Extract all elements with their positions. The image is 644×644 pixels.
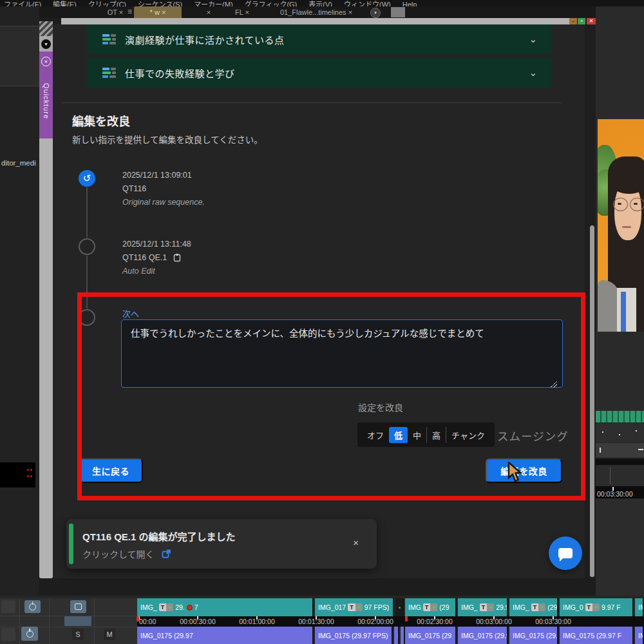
timeline-clip[interactable]: IM	[635, 598, 644, 616]
smoothing-option-1[interactable]: 低	[389, 427, 408, 443]
menu-item[interactable]: 編集(E)	[53, 0, 77, 6]
panel-menu-icon[interactable]: ▾	[370, 8, 381, 18]
smoothing-option-4[interactable]: チャンク	[446, 427, 490, 443]
track-header: S M	[0, 598, 137, 644]
history-node[interactable]	[79, 238, 95, 255]
timeline-clip[interactable]: IMG_T29.7	[137, 598, 314, 616]
menu-item[interactable]: ウィンドウ(W)	[344, 0, 391, 6]
clip-label: I	[397, 632, 399, 639]
timeline-clip[interactable]: IMG_T29.9:	[458, 598, 508, 616]
refine-edit-button[interactable]: 編集を改良	[486, 459, 562, 483]
timeline-clip[interactable]: IMG_0175 (29.9	[458, 627, 508, 644]
zoom-scrollbar[interactable]	[596, 443, 644, 457]
toast-action-link[interactable]: クリックして開く	[82, 547, 171, 560]
track-enable-button[interactable]	[24, 600, 41, 613]
accordion-item[interactable]: 仕事での失敗経験と学び⌄	[87, 58, 551, 88]
tab-item[interactable]: FL ×	[227, 6, 258, 18]
external-link-icon[interactable]	[162, 549, 171, 559]
textarea-resize-handle[interactable]	[550, 381, 557, 388]
timeline-clip[interactable]: IMG_0175 (29.97 FPS)	[315, 627, 393, 644]
smoothing-option-3[interactable]: 高	[426, 427, 446, 443]
menu-item[interactable]: ファイル(F)	[4, 0, 41, 6]
timeline-clip[interactable]: IMG_0T9.97 F	[560, 598, 634, 616]
panel-collapse-handle[interactable]: ▼	[39, 36, 53, 52]
window-minimize-button[interactable]: –	[569, 18, 577, 24]
timeline-clip[interactable]: IM	[635, 627, 644, 644]
timeline-clip[interactable]: I	[394, 627, 399, 644]
brand-label: Quickture	[43, 83, 50, 119]
toast-action-label[interactable]: クリックして開く	[82, 547, 155, 560]
track-lock-button[interactable]	[70, 600, 86, 613]
drag-grip[interactable]	[39, 21, 53, 36]
bin-item-label[interactable]: ditor_medi	[1, 159, 36, 167]
modal-scrollbar-thumb[interactable]	[590, 225, 594, 577]
timeline-clip[interactable]: IMG_0175 (29.97 F	[560, 627, 634, 644]
history-name[interactable]: QT116	[122, 184, 146, 193]
window-close-button[interactable]: ✕	[587, 18, 596, 24]
timeline-clip[interactable]	[401, 627, 405, 644]
copy-icon[interactable]	[173, 253, 181, 262]
modal-titlebar[interactable]	[61, 18, 569, 24]
clip-label: 29.9:	[496, 603, 508, 611]
tab-item[interactable]: * w ×	[134, 6, 182, 18]
toast-notification[interactable]: QT116 QE.1 の編集が完了しました クリックして開く ×	[66, 519, 377, 569]
chat-fab-button[interactable]	[549, 536, 582, 570]
timeline-clip[interactable]: IMG_0175 (29.9	[509, 627, 558, 644]
menu-item[interactable]: Help	[402, 0, 417, 6]
tab-item[interactable]: 01_Flawle...timelines ×	[267, 6, 365, 18]
timeline-clip[interactable]: IMG_0175 (29	[405, 627, 457, 644]
clip-label: 97 FPS)	[365, 603, 390, 611]
smoothing-option-0[interactable]: オフ	[362, 427, 389, 443]
right-time-ruler[interactable]: 00:03:30:00	[596, 486, 644, 498]
accordion-item[interactable]: 演劇経験が仕事に活かされている点⌄	[87, 24, 551, 54]
tab-bar: ≡ ▾ OT ×* w ××FL ×01_Flawle...timelines …	[0, 6, 644, 18]
timeline-clip[interactable]: IMG_017T97 FPS)	[315, 598, 394, 616]
panel-scroll-strip[interactable]	[39, 138, 53, 578]
menu-item[interactable]: シーケンス(S)	[138, 0, 182, 6]
quickture-tab-strip[interactable]: ✕ Quickture	[39, 52, 53, 138]
clip-label: IMG_0175 (29.97 F	[563, 632, 621, 639]
ruler-tick	[434, 616, 435, 620]
window-maximize-button[interactable]: +	[578, 18, 585, 24]
chevron-down-icon[interactable]: ⌄	[529, 33, 537, 45]
revert-to-raw-button[interactable]: 生に戻る	[79, 459, 143, 483]
menu-item[interactable]: クリップ(C)	[88, 0, 126, 6]
panel-handle[interactable]	[391, 7, 405, 17]
chevron-down-icon[interactable]: ⌄	[529, 67, 537, 79]
collapse-caret-icon[interactable]: ▼	[41, 39, 51, 49]
header-misc-icon[interactable]	[1, 600, 15, 613]
solo-button[interactable]: S	[72, 629, 84, 640]
menu-bar: ファイル(F)編集(E)クリップ(C)シーケンス(S)マーカー(M)グラフィック…	[0, 0, 644, 6]
mute-button[interactable]: M	[104, 629, 115, 640]
clip-label: IMG_0	[563, 603, 583, 611]
history-name[interactable]: QT116 QE.1	[122, 253, 181, 262]
time-ruler[interactable]: 00:0000:00:30:0000:01:00:0000:01:30:0000…	[137, 616, 644, 627]
track-output-button[interactable]	[21, 627, 38, 641]
toast-close-icon[interactable]: ×	[353, 537, 359, 548]
mogrt-badge-icon: T	[348, 603, 363, 611]
timeline-clip[interactable]	[395, 598, 404, 616]
header-misc-icon[interactable]	[1, 628, 15, 641]
app-window: ファイル(F)編集(E)クリップ(C)シーケンス(S)マーカー(M)グラフィック…	[0, 0, 644, 644]
menu-item[interactable]: マーカー(M)	[194, 0, 233, 6]
history-node[interactable]: ↺	[79, 170, 95, 187]
timeline-clip[interactable]: IMG_T(29.9	[509, 598, 558, 616]
tab-item[interactable]: OT ×	[97, 6, 134, 18]
playhead-marker[interactable]	[405, 616, 408, 621]
tab-item[interactable]: ×	[198, 6, 219, 18]
menu-item[interactable]: 表示(V)	[308, 0, 332, 6]
menu-item[interactable]: グラフィック(G)	[245, 0, 298, 6]
close-panel-icon[interactable]: ✕	[41, 57, 51, 66]
instruction-textarea[interactable]: 仕事でうれしかったことをメインに、全体的にもう少しカジュアルな感じでまとめて	[121, 319, 563, 388]
page-title: 編集を改良	[72, 112, 130, 129]
clip-marker-icon	[187, 605, 193, 611]
clips-list-icon	[102, 34, 116, 44]
clip-label: (29	[439, 603, 449, 611]
timeline-clip[interactable]: IMG_0175 (29.97	[137, 627, 314, 644]
history-node[interactable]	[79, 309, 95, 326]
timeline-clip[interactable]: IMGT(29	[405, 598, 457, 616]
ruler-tick	[493, 616, 495, 620]
playhead-marker[interactable]	[137, 616, 139, 621]
smoothing-option-2[interactable]: 中	[408, 427, 426, 443]
track-target-cell[interactable]	[64, 616, 91, 626]
